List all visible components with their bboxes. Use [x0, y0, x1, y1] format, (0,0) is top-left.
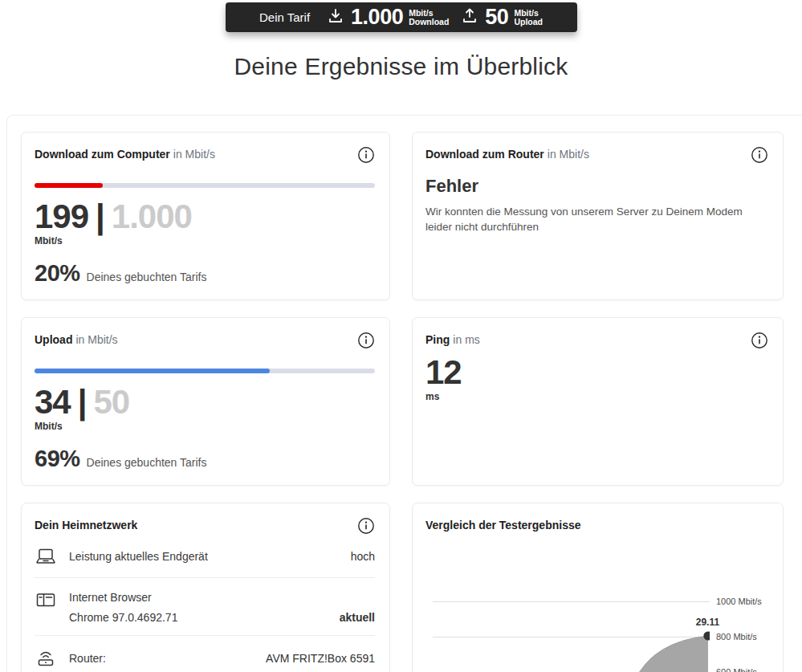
- card-title-suffix: in Mbit/s: [75, 333, 117, 346]
- error-message: Wir konnten die Messung von unserem Serv…: [425, 204, 768, 234]
- tariff-download-group: 1.000 Mbit/s Download: [326, 5, 449, 30]
- card-title-text: Download zum Computer: [35, 148, 170, 161]
- info-icon[interactable]: [357, 146, 375, 164]
- download-progress-fill: [35, 183, 103, 188]
- upload-measured-value: 34: [35, 385, 71, 420]
- upload-icon: [460, 6, 479, 29]
- download-max-value: 1.000: [112, 199, 192, 234]
- tariff-upload-group: 50 Mbit/s Upload: [460, 5, 543, 30]
- download-percent-label: Deines gebuchten Tarifs: [87, 271, 207, 283]
- card-title-text: Dein Heimnetzwerk: [35, 519, 137, 531]
- download-percent-value: 20%: [35, 260, 80, 287]
- card-download-router-title: Download zum Routerin Mbit/s: [425, 146, 589, 162]
- tariff-download-value: 1.000: [351, 5, 403, 30]
- chart-point-label: 29.11: [696, 617, 719, 628]
- card-title-text: Download zum Router: [425, 148, 544, 161]
- results-panel: Download zum Computerin Mbit/s 199 | 1.0…: [6, 115, 802, 672]
- info-icon[interactable]: [357, 332, 375, 349]
- card-title-text: Upload: [35, 333, 72, 346]
- upload-progress-track: [35, 369, 375, 373]
- upload-progress-fill: [35, 369, 270, 373]
- network-row-device: Leistung aktuelles Endgerät hoch: [35, 535, 375, 577]
- download-percent-row: 20% Deines gebuchten Tarifs: [35, 260, 375, 287]
- tariff-bar-label: Dein Tarif: [259, 10, 310, 24]
- ping-unit: ms: [425, 391, 768, 402]
- upload-value-row: 34 | 50: [35, 385, 375, 420]
- card-download-computer: Download zum Computerin Mbit/s 199 | 1.0…: [21, 132, 390, 300]
- network-row-router: Router: AVM FRITZ!Box 6591: [35, 636, 375, 672]
- card-home-network: Dein Heimnetzwerk Leistung aktuelles End…: [21, 503, 390, 672]
- router-icon: [35, 648, 59, 669]
- network-row-label: Router:: [69, 651, 266, 666]
- comparison-chart: 1000 Mbit/s 800 Mbit/s 600 Mbit/s 29.11: [413, 503, 783, 672]
- value-separator: |: [96, 199, 104, 234]
- cards-grid: Download zum Computerin Mbit/s 199 | 1.0…: [21, 132, 796, 672]
- tariff-bar: Dein Tarif 1.000 Mbit/s Download 50 Mbit…: [226, 2, 577, 32]
- upload-percent-value: 69%: [35, 446, 80, 472]
- download-icon: [326, 6, 345, 29]
- card-ping-title: Pingin ms: [425, 332, 480, 348]
- card-comparison-chart: Vergleich der Testergebnisse 1000 Mbit/s…: [412, 503, 784, 672]
- network-row-browser: Internet Browser Chrome 97.0.4692.71 akt…: [35, 578, 375, 635]
- tariff-download-unit-label: Mbit/s: [409, 9, 449, 18]
- network-row-label: Internet Browser: [69, 590, 340, 605]
- network-row-value: hoch: [351, 550, 375, 563]
- error-title: Fehler: [425, 176, 768, 197]
- network-row-label: Leistung aktuelles Endgerät: [69, 549, 351, 564]
- download-measured-value: 199: [35, 199, 88, 234]
- upload-unit: Mbit/s: [35, 421, 375, 432]
- page-title: Deine Ergebnisse im Überblick: [0, 53, 802, 80]
- tariff-upload-value: 50: [485, 5, 508, 30]
- network-row-sublabel: Chrome 97.0.4692.71: [69, 611, 340, 624]
- card-title-suffix: in Mbit/s: [548, 148, 589, 161]
- card-download-router: Download zum Routerin Mbit/s Fehler Wir …: [412, 132, 784, 300]
- download-unit: Mbit/s: [35, 235, 375, 246]
- card-upload-title: Uploadin Mbit/s: [35, 332, 118, 348]
- chart-area-path: [635, 636, 708, 672]
- card-download-computer-title: Download zum Computerin Mbit/s: [35, 146, 215, 162]
- tariff-upload-unit-label: Mbit/s: [514, 9, 543, 18]
- info-icon[interactable]: [751, 332, 768, 349]
- card-title-suffix: in Mbit/s: [173, 148, 215, 161]
- laptop-icon: [35, 547, 59, 566]
- tariff-upload-direction-label: Upload: [514, 18, 543, 26]
- download-value-row: 199 | 1.000: [35, 199, 375, 234]
- card-title-suffix: in ms: [453, 333, 479, 346]
- network-row-value: AVM FRITZ!Box 6591: [266, 652, 375, 665]
- tariff-upload-unit: Mbit/s Upload: [514, 9, 543, 26]
- upload-max-value: 50: [93, 385, 129, 420]
- info-icon[interactable]: [751, 146, 768, 164]
- gridline-label-800: 800 Mbit/s: [716, 632, 757, 641]
- download-progress-track: [35, 183, 375, 188]
- chart-area-shape: [433, 592, 710, 672]
- network-row-value: aktuell: [340, 611, 375, 624]
- card-ping: Pingin ms 12 ms: [412, 317, 784, 486]
- tariff-download-direction-label: Download: [409, 18, 449, 26]
- browser-icon: [35, 590, 59, 609]
- card-title-text: Ping: [425, 333, 450, 346]
- upload-percent-label: Deines gebuchten Tarifs: [87, 456, 207, 469]
- card-home-network-title: Dein Heimnetzwerk: [35, 517, 137, 533]
- gridline-label-600: 600 Mbit/s: [716, 667, 757, 672]
- info-icon[interactable]: [357, 517, 375, 535]
- value-separator: |: [78, 385, 87, 420]
- card-upload: Uploadin Mbit/s 34 | 50 Mbit/s 69% Deine…: [21, 317, 390, 486]
- gridline-label-1000: 1000 Mbit/s: [716, 597, 762, 606]
- upload-percent-row: 69% Deines gebuchten Tarifs: [35, 446, 375, 472]
- tariff-download-unit: Mbit/s Download: [409, 9, 449, 26]
- ping-value: 12: [425, 355, 768, 390]
